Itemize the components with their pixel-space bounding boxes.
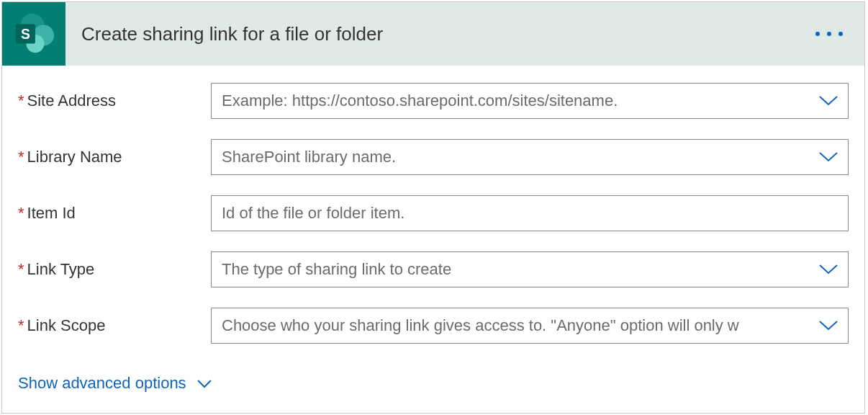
field-label: Library Name bbox=[27, 148, 122, 166]
ellipsis-icon bbox=[827, 32, 831, 36]
field-input-wrap: Id of the file or folder item. bbox=[211, 195, 849, 231]
required-indicator: * bbox=[18, 148, 24, 166]
link-type-combobox[interactable]: The type of sharing link to create bbox=[211, 251, 849, 287]
library-name-combobox[interactable]: SharePoint library name. bbox=[211, 139, 849, 175]
sharepoint-icon: S bbox=[12, 12, 56, 56]
field-label-wrap: * Site Address bbox=[18, 92, 211, 110]
ellipsis-icon bbox=[838, 32, 843, 36]
card-header: S Create sharing link for a file or fold… bbox=[2, 2, 864, 66]
field-row-link-scope: * Link Scope Choose who your sharing lin… bbox=[18, 308, 849, 344]
field-row-item-id: * Item Id Id of the file or folder item. bbox=[18, 195, 849, 231]
field-label: Link Scope bbox=[27, 316, 106, 335]
action-card: S Create sharing link for a file or fold… bbox=[1, 1, 865, 414]
field-input-wrap: SharePoint library name. bbox=[211, 139, 849, 175]
site-address-combobox[interactable]: Example: https://contoso.sharepoint.com/… bbox=[211, 83, 849, 119]
field-label-wrap: * Item Id bbox=[18, 204, 211, 223]
field-row-site-address: * Site Address Example: https://contoso.… bbox=[18, 83, 849, 119]
field-label: Site Address bbox=[27, 92, 117, 110]
field-label-wrap: * Link Scope bbox=[18, 316, 211, 335]
card-menu-button[interactable] bbox=[815, 32, 843, 36]
svg-text:S: S bbox=[21, 26, 30, 42]
sharepoint-icon-tile: S bbox=[2, 2, 65, 66]
field-row-library-name: * Library Name SharePoint library name. bbox=[18, 139, 849, 175]
field-row-link-type: * Link Type The type of sharing link to … bbox=[18, 251, 849, 287]
ellipsis-icon bbox=[815, 32, 820, 36]
field-label: Item Id bbox=[27, 204, 76, 223]
field-input-wrap: The type of sharing link to create bbox=[211, 251, 849, 287]
link-scope-combobox[interactable]: Choose who your sharing link gives acces… bbox=[211, 308, 849, 344]
advanced-options-label: Show advanced options bbox=[18, 374, 186, 393]
field-label-wrap: * Link Type bbox=[18, 260, 211, 279]
card-body: * Site Address Example: https://contoso.… bbox=[2, 66, 864, 413]
show-advanced-options-button[interactable]: Show advanced options bbox=[18, 374, 849, 393]
item-id-input[interactable]: Id of the file or folder item. bbox=[211, 195, 849, 231]
required-indicator: * bbox=[18, 260, 24, 279]
field-input-wrap: Choose who your sharing link gives acces… bbox=[211, 308, 849, 344]
required-indicator: * bbox=[18, 92, 24, 110]
required-indicator: * bbox=[18, 204, 24, 223]
field-input-wrap: Example: https://contoso.sharepoint.com/… bbox=[211, 83, 849, 119]
required-indicator: * bbox=[18, 316, 24, 335]
card-title: Create sharing link for a file or folder bbox=[81, 23, 383, 45]
chevron-down-icon bbox=[196, 379, 212, 388]
field-label-wrap: * Library Name bbox=[18, 148, 211, 166]
field-label: Link Type bbox=[27, 260, 95, 279]
